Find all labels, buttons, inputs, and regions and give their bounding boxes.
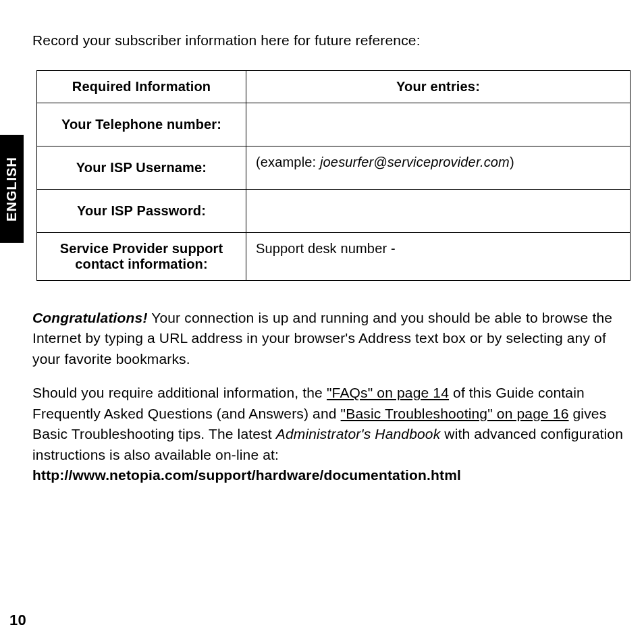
table-row: Your ISP Password: [37, 190, 630, 233]
documentation-url: http://www.netopia.com/support/hardware/… [32, 467, 461, 483]
table-row: Service Provider support contact informa… [37, 233, 630, 281]
row-label-support: Service Provider support contact informa… [37, 233, 246, 281]
row-entry-support: Support desk number - [246, 233, 630, 281]
row-label-password: Your ISP Password: [37, 190, 246, 233]
info-paragraph: Should you require additional informatio… [32, 383, 635, 485]
page-content: Record your subscriber information here … [0, 0, 644, 486]
table-header-left: Required Information [37, 71, 246, 103]
subscriber-info-table: Required Information Your entries: Your … [36, 70, 630, 281]
row-label-username: Your ISP Username: [37, 146, 246, 190]
row-label-telephone: Your Telephone number: [37, 103, 246, 146]
table-header-right: Your entries: [246, 71, 630, 103]
table-row: Your ISP Username: (example: joesurfer@s… [37, 146, 630, 190]
row-entry-username: (example: joesurfer@serviceprovider.com) [246, 146, 630, 190]
para2-part1: Should you require additional informatio… [32, 385, 327, 400]
row-entry-password [246, 190, 630, 233]
intro-text: Record your subscriber information here … [32, 32, 635, 49]
table-row: Your Telephone number: [37, 103, 630, 146]
faqs-link[interactable]: "FAQs" on page 14 [327, 385, 449, 400]
example-suffix: ) [510, 155, 514, 169]
example-email: joesurfer@serviceprovider.com [320, 155, 510, 169]
troubleshooting-link[interactable]: "Basic Troubleshooting" on page 16 [341, 406, 569, 421]
congrats-paragraph: Congratulations! Your connection is up a… [32, 308, 635, 369]
page-number: 10 [9, 612, 26, 629]
handbook-title: Administrator's Handbook [276, 426, 441, 441]
language-tab: ENGLISH [0, 135, 24, 243]
table-header-row: Required Information Your entries: [37, 71, 630, 103]
row-entry-telephone [246, 103, 630, 146]
example-prefix: (example: [256, 155, 320, 169]
congrats-label: Congratulations! [32, 310, 148, 325]
